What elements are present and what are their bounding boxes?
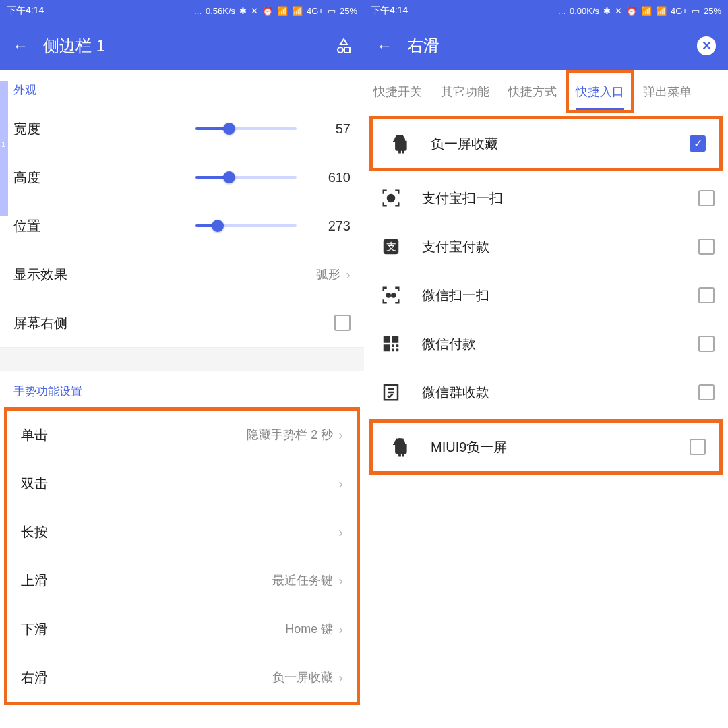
qr-icon xyxy=(377,330,404,357)
bluetooth-icon: ✱ xyxy=(239,6,247,16)
svg-rect-9 xyxy=(392,336,398,343)
chevron-right-icon: › xyxy=(338,476,343,491)
alarm-icon: ⏰ xyxy=(626,6,637,16)
svg-text:支: 支 xyxy=(386,241,396,252)
scan-icon xyxy=(377,185,404,212)
slider-height-thumb[interactable] xyxy=(223,171,235,183)
alarm-icon: ⏰ xyxy=(262,6,273,16)
pay-icon: 支 xyxy=(377,233,404,260)
gesture-row-swipeup[interactable]: 上滑最近任务键› xyxy=(7,556,357,605)
item-miui9[interactable]: MIUI9负一屏 xyxy=(373,423,719,471)
back-button[interactable]: ← xyxy=(12,36,28,55)
svg-point-7 xyxy=(392,294,395,297)
item-wxgroup[interactable]: 微信群收款 xyxy=(364,368,728,417)
slider-pos-track[interactable] xyxy=(195,224,297,227)
android-icon xyxy=(386,130,413,157)
item-label: 支付宝付款 xyxy=(422,238,698,256)
item-wrap-miui9: MIUI9负一屏 xyxy=(369,419,723,475)
screen-right-label: 屏幕右侧 xyxy=(13,314,334,332)
slider-pos-row[interactable]: 位置 273 xyxy=(0,202,364,250)
display-effect-row[interactable]: 显示效果 弧形 › xyxy=(0,250,364,299)
sidebar-preview-handle[interactable]: 1 xyxy=(0,81,8,216)
slider-width-thumb[interactable] xyxy=(223,123,235,135)
item-checkbox[interactable] xyxy=(698,384,715,400)
slider-width-row[interactable]: 宽度 57 xyxy=(0,104,364,153)
item-alibapay[interactable]: 支支付宝付款 xyxy=(364,222,728,271)
svg-rect-14 xyxy=(396,349,399,352)
item-fav[interactable]: 负一屏收藏 xyxy=(373,119,719,168)
tab-1[interactable]: 其它功能 xyxy=(431,70,499,113)
receipt-icon xyxy=(377,379,404,406)
item-checkbox[interactable] xyxy=(698,190,715,206)
gesture-label: 右滑 xyxy=(21,669,272,687)
gesture-label: 长按 xyxy=(21,523,338,541)
gesture-value: 最近任务键 xyxy=(272,572,333,588)
gesture-label: 上滑 xyxy=(21,572,272,590)
signal2-icon: 📶 xyxy=(292,6,303,16)
tab-2[interactable]: 快捷方式 xyxy=(499,70,566,113)
dnd-icon: ✕ xyxy=(251,6,258,16)
svg-rect-2 xyxy=(344,47,350,53)
item-label: 负一屏收藏 xyxy=(431,135,690,153)
close-button[interactable]: ✕ xyxy=(697,36,716,55)
tab-3[interactable]: 快捷入口 xyxy=(566,70,634,113)
item-checkbox[interactable] xyxy=(698,239,715,255)
svg-rect-10 xyxy=(384,344,390,351)
tab-0[interactable]: 快捷开关 xyxy=(364,70,431,113)
gesture-row-dbltap[interactable]: 双击› xyxy=(7,459,357,508)
slider-height-track[interactable] xyxy=(195,176,297,179)
item-checkbox[interactable] xyxy=(698,336,715,352)
slider-pos-label: 位置 xyxy=(13,217,195,235)
chevron-right-icon: › xyxy=(338,573,343,588)
svg-point-3 xyxy=(388,195,394,202)
item-wxscan[interactable]: 微信扫一扫 xyxy=(364,271,728,320)
gesture-list-highlight: 单击隐藏手势栏 2 秒›双击›长按›上滑最近任务键›下滑Home 键›右滑负一屏… xyxy=(4,407,360,705)
scan2-icon xyxy=(377,282,404,309)
item-checkbox[interactable] xyxy=(690,135,706,152)
item-wrap-alibascan: 支付宝扫一扫 xyxy=(364,174,728,222)
gesture-row-tap[interactable]: 单击隐藏手势栏 2 秒› xyxy=(7,411,357,459)
status-net: 4G+ xyxy=(307,6,324,16)
item-label: 微信扫一扫 xyxy=(422,286,698,305)
back-button[interactable]: ← xyxy=(376,36,392,55)
item-label: MIUI9负一屏 xyxy=(431,438,690,456)
gesture-row-longpress[interactable]: 长按› xyxy=(7,508,357,556)
item-label: 微信群收款 xyxy=(422,384,698,402)
status-net: 4G+ xyxy=(671,6,688,16)
slider-width-value: 57 xyxy=(310,121,351,137)
item-checkbox[interactable] xyxy=(690,439,706,455)
chevron-right-icon: › xyxy=(346,267,351,282)
chevron-right-icon: › xyxy=(338,427,343,443)
shapes-icon[interactable] xyxy=(336,38,352,54)
screen-right-checkbox[interactable] xyxy=(334,315,351,331)
slider-pos-value: 273 xyxy=(310,218,351,234)
slider-width-track[interactable] xyxy=(195,127,297,130)
screen-right-row[interactable]: 屏幕右侧 xyxy=(0,299,364,347)
tab-4[interactable]: 弹出菜单 xyxy=(634,70,701,113)
dnd-icon: ✕ xyxy=(615,6,622,16)
tabs: 快捷开关其它功能快捷方式快捷入口弹出菜单 xyxy=(364,70,728,113)
gesture-row-swipedown[interactable]: 下滑Home 键› xyxy=(7,605,357,653)
status-battery: 25% xyxy=(704,6,721,16)
item-label: 微信付款 xyxy=(422,335,698,353)
slider-pos-thumb[interactable] xyxy=(212,220,224,232)
item-alibascan[interactable]: 支付宝扫一扫 xyxy=(364,174,728,222)
section-appearance: 外观 xyxy=(0,70,364,104)
status-speed: 0.56K/s xyxy=(206,6,235,16)
android-icon xyxy=(386,433,413,460)
status-time: 下午4:14 xyxy=(371,5,408,17)
item-list: 负一屏收藏支付宝扫一扫支支付宝付款微信扫一扫微信付款微信群收款MIUI9负一屏 xyxy=(364,113,728,477)
page-title: 右滑 xyxy=(407,35,697,57)
svg-rect-13 xyxy=(392,349,394,352)
svg-point-6 xyxy=(387,294,390,297)
svg-marker-0 xyxy=(340,39,347,44)
item-label: 支付宝扫一扫 xyxy=(422,189,698,208)
page-title: 侧边栏 1 xyxy=(43,35,336,57)
item-wxpay[interactable]: 微信付款 xyxy=(364,320,728,368)
signal-icon: 📶 xyxy=(641,6,652,16)
slider-height-row[interactable]: 高度 610 xyxy=(0,153,364,202)
status-dots: ... xyxy=(558,6,566,16)
gesture-row-swiperight[interactable]: 右滑负一屏收藏› xyxy=(7,653,357,702)
item-wrap-wxscan: 微信扫一扫 xyxy=(364,271,728,320)
item-checkbox[interactable] xyxy=(698,287,715,303)
